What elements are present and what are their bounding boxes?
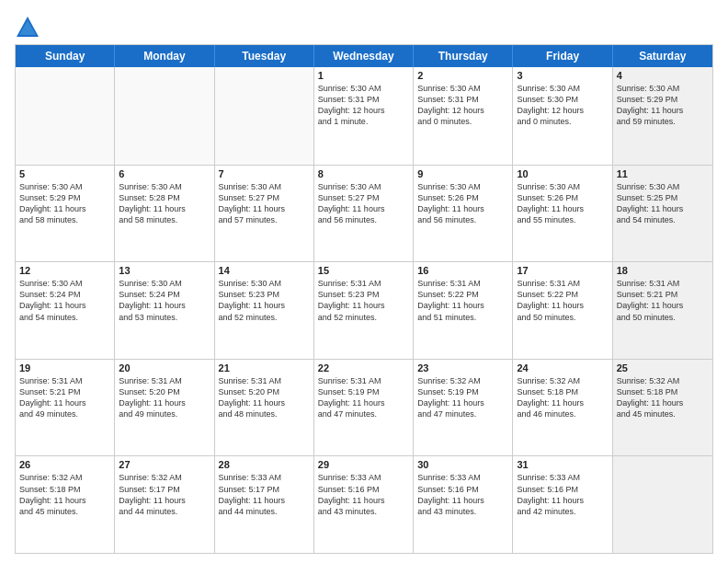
day-number: 16 [417, 265, 508, 276]
calendar-row: 1Sunrise: 5:30 AMSunset: 5:31 PMDaylight… [16, 67, 712, 165]
calendar-cell: 7Sunrise: 5:30 AMSunset: 5:27 PMDaylight… [215, 166, 314, 262]
calendar-cell: 28Sunrise: 5:33 AMSunset: 5:17 PMDayligh… [215, 456, 314, 553]
calendar-weekday: Saturday [613, 45, 712, 67]
calendar-cell [215, 67, 314, 165]
calendar-cell: 10Sunrise: 5:30 AMSunset: 5:26 PMDayligh… [513, 166, 612, 262]
cell-info: Sunrise: 5:33 AMSunset: 5:16 PMDaylight:… [417, 472, 508, 517]
calendar-cell [16, 67, 115, 165]
day-number: 7 [219, 168, 310, 179]
calendar-cell: 26Sunrise: 5:32 AMSunset: 5:18 PMDayligh… [16, 456, 115, 553]
logo [15, 15, 44, 40]
calendar-cell: 24Sunrise: 5:32 AMSunset: 5:18 PMDayligh… [513, 360, 612, 456]
calendar-cell: 23Sunrise: 5:32 AMSunset: 5:19 PMDayligh… [414, 360, 513, 456]
calendar-row: 5Sunrise: 5:30 AMSunset: 5:29 PMDaylight… [16, 165, 712, 262]
calendar-weekday: Monday [115, 45, 214, 67]
logo-icon [15, 15, 40, 40]
day-number: 27 [119, 459, 210, 470]
cell-info: Sunrise: 5:31 AMSunset: 5:21 PMDaylight:… [19, 375, 110, 420]
cell-info: Sunrise: 5:32 AMSunset: 5:18 PMDaylight:… [19, 472, 110, 517]
calendar-cell: 2Sunrise: 5:30 AMSunset: 5:31 PMDaylight… [414, 67, 513, 165]
cell-info: Sunrise: 5:32 AMSunset: 5:17 PMDaylight:… [119, 472, 210, 517]
cell-info: Sunrise: 5:30 AMSunset: 5:26 PMDaylight:… [417, 181, 508, 226]
day-number: 15 [318, 265, 409, 276]
calendar-cell: 3Sunrise: 5:30 AMSunset: 5:30 PMDaylight… [513, 67, 612, 165]
cell-info: Sunrise: 5:33 AMSunset: 5:16 PMDaylight:… [517, 472, 608, 517]
day-number: 14 [219, 265, 310, 276]
day-number: 24 [517, 362, 608, 373]
calendar: SundayMondayTuesdayWednesdayThursdayFrid… [15, 44, 713, 554]
day-number: 4 [617, 70, 709, 81]
day-number: 29 [318, 459, 409, 470]
day-number: 13 [119, 265, 210, 276]
day-number: 31 [517, 459, 608, 470]
cell-info: Sunrise: 5:32 AMSunset: 5:18 PMDaylight:… [617, 375, 709, 420]
calendar-cell: 29Sunrise: 5:33 AMSunset: 5:16 PMDayligh… [314, 456, 414, 553]
calendar-cell: 6Sunrise: 5:30 AMSunset: 5:28 PMDaylight… [115, 166, 214, 262]
calendar-cell: 22Sunrise: 5:31 AMSunset: 5:19 PMDayligh… [314, 360, 414, 456]
cell-info: Sunrise: 5:30 AMSunset: 5:28 PMDaylight:… [119, 181, 210, 226]
day-number: 23 [417, 362, 508, 373]
day-number: 11 [617, 168, 709, 179]
calendar-cell: 5Sunrise: 5:30 AMSunset: 5:29 PMDaylight… [16, 166, 115, 262]
cell-info: Sunrise: 5:33 AMSunset: 5:16 PMDaylight:… [318, 472, 409, 517]
calendar-cell: 18Sunrise: 5:31 AMSunset: 5:21 PMDayligh… [613, 262, 712, 359]
cell-info: Sunrise: 5:31 AMSunset: 5:22 PMDaylight:… [517, 278, 608, 323]
cell-info: Sunrise: 5:30 AMSunset: 5:29 PMDaylight:… [19, 181, 110, 226]
cell-info: Sunrise: 5:30 AMSunset: 5:25 PMDaylight:… [617, 181, 709, 226]
calendar-cell: 30Sunrise: 5:33 AMSunset: 5:16 PMDayligh… [414, 456, 513, 553]
calendar-cell: 12Sunrise: 5:30 AMSunset: 5:24 PMDayligh… [16, 262, 115, 359]
day-number: 25 [617, 362, 709, 373]
calendar-header: SundayMondayTuesdayWednesdayThursdayFrid… [16, 45, 712, 67]
day-number: 12 [19, 265, 110, 276]
cell-info: Sunrise: 5:30 AMSunset: 5:29 PMDaylight:… [617, 83, 709, 128]
calendar-cell: 14Sunrise: 5:30 AMSunset: 5:23 PMDayligh… [215, 262, 314, 359]
cell-info: Sunrise: 5:30 AMSunset: 5:31 PMDaylight:… [417, 83, 508, 128]
calendar-cell: 13Sunrise: 5:30 AMSunset: 5:24 PMDayligh… [115, 262, 214, 359]
calendar-cell: 20Sunrise: 5:31 AMSunset: 5:20 PMDayligh… [115, 360, 214, 456]
cell-info: Sunrise: 5:30 AMSunset: 5:23 PMDaylight:… [219, 278, 310, 323]
day-number: 5 [19, 168, 110, 179]
calendar-cell: 25Sunrise: 5:32 AMSunset: 5:18 PMDayligh… [613, 360, 712, 456]
cell-info: Sunrise: 5:31 AMSunset: 5:22 PMDaylight:… [417, 278, 508, 323]
calendar-weekday: Sunday [16, 45, 115, 67]
calendar-cell: 4Sunrise: 5:30 AMSunset: 5:29 PMDaylight… [613, 67, 712, 165]
day-number: 26 [19, 459, 110, 470]
calendar-cell [115, 67, 214, 165]
calendar-cell: 9Sunrise: 5:30 AMSunset: 5:26 PMDaylight… [414, 166, 513, 262]
calendar-weekday: Friday [513, 45, 612, 67]
calendar-cell: 8Sunrise: 5:30 AMSunset: 5:27 PMDaylight… [314, 166, 414, 262]
calendar-weekday: Wednesday [314, 45, 414, 67]
cell-info: Sunrise: 5:30 AMSunset: 5:31 PMDaylight:… [318, 83, 409, 128]
calendar-row: 19Sunrise: 5:31 AMSunset: 5:21 PMDayligh… [16, 359, 712, 456]
cell-info: Sunrise: 5:31 AMSunset: 5:20 PMDaylight:… [219, 375, 310, 420]
day-number: 2 [417, 70, 508, 81]
cell-info: Sunrise: 5:33 AMSunset: 5:17 PMDaylight:… [219, 472, 310, 517]
calendar-cell: 17Sunrise: 5:31 AMSunset: 5:22 PMDayligh… [513, 262, 612, 359]
day-number: 17 [517, 265, 608, 276]
calendar-cell: 21Sunrise: 5:31 AMSunset: 5:20 PMDayligh… [215, 360, 314, 456]
cell-info: Sunrise: 5:30 AMSunset: 5:27 PMDaylight:… [318, 181, 409, 226]
cell-info: Sunrise: 5:31 AMSunset: 5:20 PMDaylight:… [119, 375, 210, 420]
cell-info: Sunrise: 5:30 AMSunset: 5:30 PMDaylight:… [517, 83, 608, 128]
calendar-cell: 27Sunrise: 5:32 AMSunset: 5:17 PMDayligh… [115, 456, 214, 553]
cell-info: Sunrise: 5:30 AMSunset: 5:26 PMDaylight:… [517, 181, 608, 226]
cell-info: Sunrise: 5:31 AMSunset: 5:23 PMDaylight:… [318, 278, 409, 323]
day-number: 20 [119, 362, 210, 373]
cell-info: Sunrise: 5:30 AMSunset: 5:24 PMDaylight:… [119, 278, 210, 323]
cell-info: Sunrise: 5:31 AMSunset: 5:19 PMDaylight:… [318, 375, 409, 420]
day-number: 6 [119, 168, 210, 179]
calendar-cell: 15Sunrise: 5:31 AMSunset: 5:23 PMDayligh… [314, 262, 414, 359]
cell-info: Sunrise: 5:32 AMSunset: 5:18 PMDaylight:… [517, 375, 608, 420]
cell-info: Sunrise: 5:30 AMSunset: 5:27 PMDaylight:… [219, 181, 310, 226]
calendar-cell: 19Sunrise: 5:31 AMSunset: 5:21 PMDayligh… [16, 360, 115, 456]
day-number: 9 [417, 168, 508, 179]
cell-info: Sunrise: 5:32 AMSunset: 5:19 PMDaylight:… [417, 375, 508, 420]
day-number: 22 [318, 362, 409, 373]
cell-info: Sunrise: 5:31 AMSunset: 5:21 PMDaylight:… [617, 278, 709, 323]
calendar-cell [613, 456, 712, 553]
day-number: 18 [617, 265, 709, 276]
calendar-cell: 16Sunrise: 5:31 AMSunset: 5:22 PMDayligh… [414, 262, 513, 359]
day-number: 28 [219, 459, 310, 470]
day-number: 8 [318, 168, 409, 179]
day-number: 30 [417, 459, 508, 470]
